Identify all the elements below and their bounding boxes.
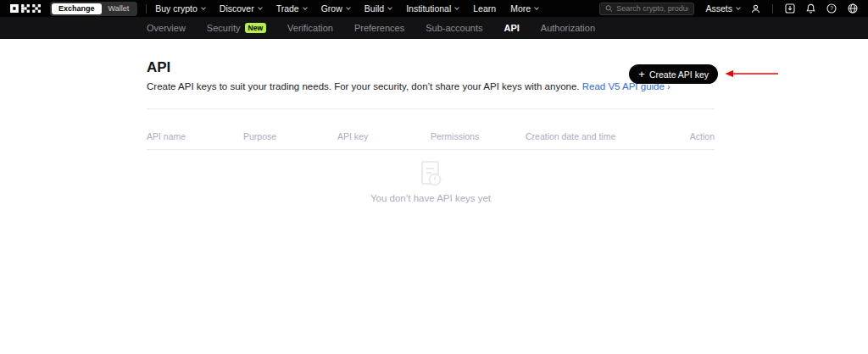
language-globe-icon[interactable]	[848, 3, 858, 14]
column-header-purpose: Purpose	[243, 131, 337, 141]
okx-logo[interactable]	[10, 4, 41, 13]
okx-api-page: Exchange Wallet Buy crypto Discover Trad…	[0, 0, 868, 203]
main-nav: Buy crypto Discover Trade Grow Build Ins…	[155, 3, 538, 14]
download-app-icon[interactable]	[785, 3, 795, 14]
chevron-down-icon	[387, 5, 392, 10]
new-badge: New	[245, 23, 266, 34]
profile-icon[interactable]	[751, 4, 760, 14]
empty-state: You don’t have API keys yet	[147, 159, 715, 203]
topbar-divider	[772, 4, 773, 14]
tab-sub-accounts[interactable]: Sub-accounts	[426, 23, 482, 33]
empty-state-text: You don’t have API keys yet	[370, 193, 491, 203]
topbar-divider	[146, 4, 147, 14]
table-header-row: API name Purpose API key Permissions Cre…	[147, 109, 715, 150]
topbar: Exchange Wallet Buy crypto Discover Trad…	[0, 0, 868, 17]
exchange-wallet-toggle: Exchange Wallet	[50, 2, 137, 16]
column-header-creation-date: Creation date and time	[526, 131, 677, 141]
chevron-down-icon	[346, 5, 351, 10]
tab-authorization[interactable]: Authorization	[541, 23, 595, 33]
assets-menu[interactable]: Assets	[705, 3, 740, 14]
help-icon[interactable]: ?	[826, 3, 837, 14]
tab-preferences[interactable]: Preferences	[354, 23, 404, 33]
search-box[interactable]	[599, 3, 694, 15]
tab-overview[interactable]: Overview	[147, 23, 186, 33]
page-description: Create API keys to suit your trading nee…	[147, 81, 715, 91]
notifications-bell-icon[interactable]	[806, 3, 815, 14]
column-header-api-name: API name	[147, 131, 243, 141]
tab-security[interactable]: SecurityNew	[207, 23, 266, 34]
nav-grow[interactable]: Grow	[321, 3, 350, 14]
chevron-down-icon	[736, 5, 741, 10]
exchange-toggle-button[interactable]: Exchange	[52, 3, 102, 14]
chevron-down-icon	[303, 5, 308, 10]
red-arrow-annotation	[724, 69, 780, 79]
chevron-down-icon	[534, 5, 539, 10]
chevron-down-icon	[258, 5, 263, 10]
tab-api[interactable]: API	[504, 23, 519, 33]
svg-text:?: ?	[830, 5, 833, 11]
create-api-key-button[interactable]: + Create API key	[629, 64, 718, 84]
topbar-right: Assets	[599, 3, 858, 15]
nav-build[interactable]: Build	[364, 3, 392, 14]
column-header-action: Action	[677, 131, 715, 141]
nav-discover[interactable]: Discover	[220, 3, 262, 14]
api-content: API Create API keys to suit your trading…	[147, 39, 715, 203]
security-subnav: Overview SecurityNew Verification Prefer…	[0, 17, 868, 39]
api-keys-table: API name Purpose API key Permissions Cre…	[147, 108, 715, 203]
nav-trade[interactable]: Trade	[276, 3, 307, 14]
chevron-down-icon	[454, 5, 459, 10]
nav-buy-crypto[interactable]: Buy crypto	[155, 3, 205, 14]
nav-institutional[interactable]: Institutional	[406, 3, 459, 14]
search-input[interactable]	[616, 4, 688, 13]
search-icon	[605, 4, 613, 13]
chevron-down-icon	[201, 5, 206, 10]
wallet-toggle-button[interactable]: Wallet	[102, 3, 136, 14]
column-header-api-key: API key	[337, 131, 431, 141]
no-data-document-icon	[415, 159, 446, 190]
plus-icon: +	[638, 69, 645, 80]
tab-verification[interactable]: Verification	[287, 23, 333, 33]
nav-more[interactable]: More	[510, 3, 538, 14]
nav-learn[interactable]: Learn	[473, 3, 496, 14]
column-header-permissions: Permissions	[431, 131, 526, 141]
